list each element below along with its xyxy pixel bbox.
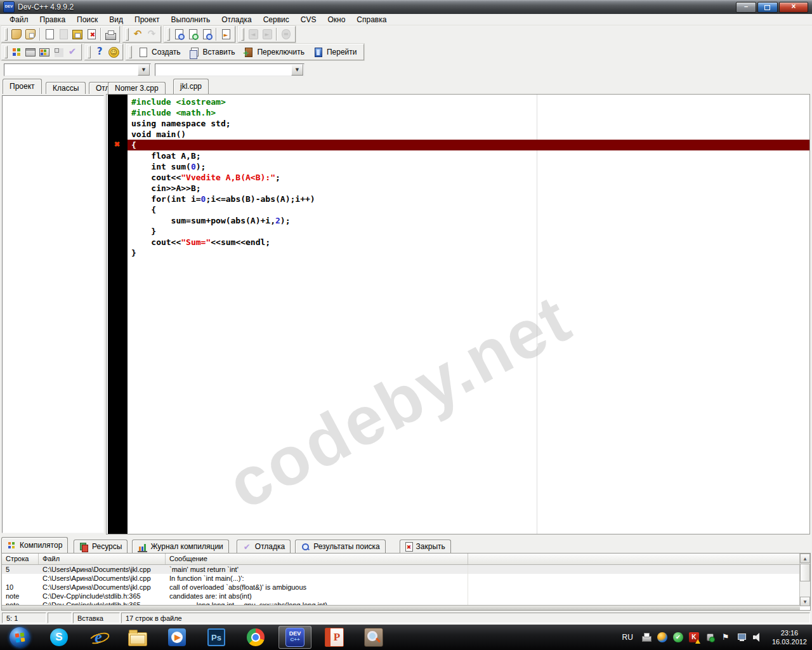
file-explorer-icon[interactable]	[121, 626, 154, 649]
class-browser-combo[interactable]: ▼	[155, 63, 304, 76]
toolbar-handle[interactable]	[241, 28, 244, 41]
title-bar[interactable]: DEV Dev-C++ 4.9.9.2 – ×	[0, 0, 812, 14]
menu-item[interactable]: Поиск	[71, 15, 103, 25]
code-line[interactable]: cin>>A>>B;	[131, 183, 809, 194]
internet-explorer-icon[interactable]: e	[82, 626, 115, 649]
project-browser-panel[interactable]	[2, 95, 104, 533]
code-line[interactable]: cout<<"Sum="<<sum<<endl;	[131, 237, 809, 248]
about-button[interactable]: ☺	[107, 45, 121, 59]
column-header[interactable]: Сообщение	[166, 554, 468, 564]
run-button[interactable]	[23, 45, 37, 59]
code-editor[interactable]: ✖ codeby.net #include <iostream>#include…	[106, 94, 810, 534]
code-line[interactable]: sum=sum+pow(abs(A)+i,2);	[131, 215, 809, 226]
usb-device-icon[interactable]	[705, 632, 715, 642]
horizontal-scrollbar[interactable]	[2, 605, 800, 610]
toolbar-handle[interactable]	[4, 28, 8, 41]
tab-классы[interactable]: Классы	[46, 82, 86, 94]
code-line[interactable]: {	[131, 204, 809, 215]
debug-button[interactable]: ✔	[65, 45, 79, 59]
menu-item[interactable]: Вид	[103, 15, 129, 25]
network-icon[interactable]	[737, 632, 747, 642]
volume-icon[interactable]	[752, 632, 763, 642]
menu-item[interactable]: Справка	[351, 15, 392, 25]
menu-item[interactable]: CVS	[295, 15, 322, 25]
replace-button[interactable]	[200, 27, 214, 41]
code-line[interactable]: for(int i=0;i<=abs(B)-abs(A);i++)	[131, 194, 809, 204]
column-header[interactable]: Файл	[39, 554, 166, 564]
flag-icon[interactable]: ⚑	[721, 632, 731, 642]
report-tab-compile-log[interactable]: Журнал компиляции	[132, 540, 228, 553]
clock[interactable]: 23:16 16.03.2012	[772, 628, 807, 646]
code-line[interactable]: float A,B;	[131, 150, 809, 161]
print-button[interactable]	[103, 27, 117, 41]
insert-button[interactable]: Вставить	[185, 45, 240, 59]
windows-update-icon[interactable]	[657, 632, 667, 642]
chevron-down-icon[interactable]: ▼	[138, 64, 150, 76]
kaspersky-alert-icon[interactable]: K	[689, 632, 699, 642]
toolbar-handle[interactable]	[167, 28, 170, 41]
create-button[interactable]: Создать	[134, 45, 185, 59]
search-tool-icon[interactable]	[357, 626, 390, 649]
vertical-scrollbar[interactable]: ▲ ▼	[799, 554, 810, 606]
report-tab-compiler-squares[interactable]: Компилятор	[1, 537, 68, 553]
table-row[interactable]: noteC:\Dev-Cpp\include\stdlib.h:365candi…	[2, 592, 810, 600]
minimize-button[interactable]: –	[736, 2, 756, 13]
code-line[interactable]: int sum(0);	[131, 161, 809, 172]
find-in-files-button[interactable]	[186, 27, 200, 41]
menu-item[interactable]: Выполнить	[166, 15, 216, 25]
save-button[interactable]	[70, 27, 84, 41]
toolbar-handle[interactable]	[126, 28, 129, 41]
goto-line-button[interactable]: ►	[219, 27, 233, 41]
open-file-button[interactable]	[10, 27, 23, 41]
column-header[interactable]: Строка	[2, 554, 39, 564]
code-line[interactable]: }	[131, 226, 809, 237]
toggle-bookmark-button[interactable]: +Переключить	[239, 45, 308, 59]
compile-button[interactable]	[10, 45, 23, 59]
report-tab-search-results[interactable]: Результаты поиска	[295, 540, 386, 553]
menu-item[interactable]: Окно	[322, 15, 351, 25]
scrollbar-thumb[interactable]	[800, 564, 810, 581]
restore-button[interactable]	[757, 2, 778, 13]
menu-item[interactable]: Файл	[4, 15, 34, 25]
table-row[interactable]: 5C:\Users\Арина\Documents\jkl.cpp`main' …	[2, 565, 810, 574]
table-row[interactable]: 10C:\Users\Арина\Documents\jkl.cppcall o…	[2, 583, 810, 592]
chrome-icon[interactable]	[239, 626, 272, 649]
compile-and-run-button[interactable]	[37, 45, 51, 59]
menu-item[interactable]: Сервис	[258, 15, 295, 25]
toolbar-handle[interactable]	[129, 46, 132, 58]
toolbar-handle[interactable]	[88, 46, 91, 58]
code-area[interactable]: #include <iostream>#include <math.h>usin…	[128, 95, 809, 534]
code-line[interactable]: #include <iostream>	[131, 96, 809, 107]
help-button[interactable]: ?	[93, 45, 107, 59]
chevron-down-icon[interactable]: ▼	[291, 64, 303, 76]
open-file-alt-button[interactable]	[23, 27, 37, 41]
code-line[interactable]: #include <math.h>	[131, 107, 809, 118]
editor-tab-nomer-3-cpp[interactable]: Nomer 3.cpp	[108, 82, 166, 94]
print-queue-icon[interactable]	[641, 632, 652, 642]
compiler-combo[interactable]: ▼	[4, 63, 151, 76]
menu-item[interactable]: Правка	[34, 15, 72, 25]
code-line[interactable]: cout<<"Vvedite A,B(A<B):";	[131, 172, 809, 183]
scroll-up-icon[interactable]: ▲	[800, 554, 810, 563]
close-button[interactable]: ×	[779, 2, 808, 13]
code-line[interactable]: using namespace std;	[131, 118, 809, 129]
powerpoint-icon[interactable]: P	[318, 626, 351, 649]
antivirus-ok-icon[interactable]: ✔	[673, 632, 683, 642]
rebuild-all-button[interactable]	[51, 45, 65, 59]
find-button[interactable]	[172, 27, 186, 41]
toolbar-handle[interactable]	[4, 46, 8, 58]
photoshop-icon[interactable]: Ps	[200, 626, 233, 649]
scroll-down-icon[interactable]: ▼	[800, 597, 810, 606]
skype-icon[interactable]: S	[43, 626, 75, 649]
code-line[interactable]: }	[131, 248, 809, 258]
code-line[interactable]: void main()	[131, 129, 809, 140]
new-source-button[interactable]	[43, 27, 56, 41]
start-button[interactable]	[3, 626, 36, 649]
table-row[interactable]: C:\Users\Арина\Documents\jkl.cppIn funct…	[2, 574, 810, 583]
report-tab-resources[interactable]: Ресурсы	[74, 540, 128, 553]
code-line[interactable]: {	[128, 140, 809, 150]
menu-item[interactable]: Проект	[129, 15, 166, 25]
menu-item[interactable]: Отладка	[216, 15, 257, 25]
devcpp-icon[interactable]: DEVC++	[278, 626, 311, 649]
tab-проект[interactable]: Проект	[3, 79, 42, 94]
